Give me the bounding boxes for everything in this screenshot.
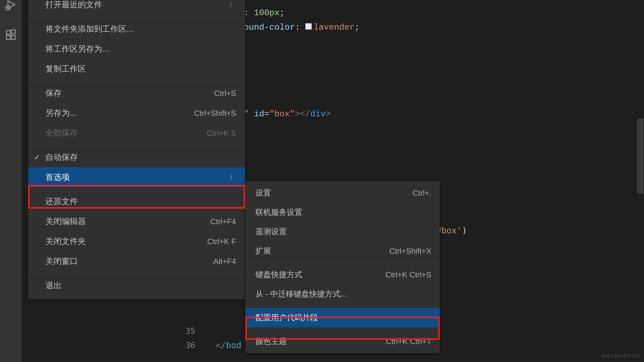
menu-item-label: 还原文件 xyxy=(46,196,78,207)
preferences-submenu: 设置 Ctrl+, 联机服务设置 遥测设置 扩展 Ctrl+Shift+X 键盘… xyxy=(245,181,440,353)
menu-item-label: 关闭窗口 xyxy=(46,256,78,267)
menu-item-label: 设置 xyxy=(256,188,271,198)
svg-marker-0 xyxy=(8,1,15,8)
menu-shortcut: Ctrl+F4 xyxy=(210,217,236,226)
svg-rect-2 xyxy=(6,31,10,34)
menu-item-label: 关闭文件夹 xyxy=(46,236,86,247)
menu-separator xyxy=(28,17,245,17)
menu-item-label: 键盘快捷方式 xyxy=(256,269,302,280)
tag: div xyxy=(310,109,326,119)
code-bottom: </bod xyxy=(206,324,242,362)
menu-shortcut: Ctrl+K S xyxy=(207,129,236,138)
menu-shortcut: Ctrl+, xyxy=(412,188,431,197)
menu-separator xyxy=(28,81,245,81)
menu-item-label: 将文件夹添加到工作区... xyxy=(46,23,133,34)
menu-separator xyxy=(245,329,440,330)
file-menu: 打开最近的文件 〉 将文件夹添加到工作区... 将工作区另存为... 复制工作区… xyxy=(28,0,245,299)
menu-separator xyxy=(28,189,245,189)
attr: id xyxy=(254,109,264,119)
menu-save-all: 全部保存 Ctrl+K S xyxy=(28,123,245,143)
extensions-icon[interactable] xyxy=(2,26,20,44)
menu-separator xyxy=(245,306,440,306)
menu-shortcut: Ctrl+K F xyxy=(207,237,236,246)
color-swatch xyxy=(305,23,312,30)
submenu-user-snippets[interactable]: 配置用户代码片段 xyxy=(245,308,440,327)
menu-item-label: 自动保存 xyxy=(46,152,78,163)
submenu-keyboard-shortcuts[interactable]: 键盘快捷方式 Ctrl+K Ctrl+S xyxy=(245,265,440,284)
menu-item-label: 从 - 中迁移键盘快捷方式... xyxy=(256,289,347,299)
menu-item-label: 另存为... xyxy=(46,108,76,119)
menu-shortcut: Ctrl+K Ctrl+T xyxy=(386,337,431,346)
css-val: lavender xyxy=(314,22,354,32)
menu-close-editor[interactable]: 关闭编辑器 Ctrl+F4 xyxy=(28,211,245,231)
menu-auto-save[interactable]: 自动保存 xyxy=(28,147,245,167)
scrollbar-thumb[interactable] xyxy=(637,118,644,193)
svg-rect-5 xyxy=(11,30,15,33)
menu-exit[interactable]: 退出 xyxy=(28,276,245,296)
submenu-online-services[interactable]: 联机服务设置 xyxy=(245,202,440,222)
menu-separator xyxy=(245,263,440,263)
menu-shortcut: Ctrl+Shift+X xyxy=(389,246,431,255)
menu-save-as[interactable]: 另存为... Ctrl+Shift+S xyxy=(28,103,245,123)
run-debug-icon[interactable] xyxy=(2,0,20,13)
menu-preferences[interactable]: 首选项 〉 xyxy=(28,167,245,187)
line-number: 36 xyxy=(178,338,195,353)
menu-separator xyxy=(28,273,245,274)
menu-duplicate-workspace[interactable]: 复制工作区 xyxy=(28,59,245,79)
menu-item-label: 打开最近的文件 xyxy=(46,0,102,10)
menu-shortcut: Ctrl+K Ctrl+S xyxy=(385,270,431,279)
submenu-migrate-keybindings[interactable]: 从 - 中迁移键盘快捷方式... xyxy=(245,284,440,304)
menu-item-label: 配置用户代码片段 xyxy=(256,313,318,323)
menu-save[interactable]: 保存 Ctrl+S xyxy=(28,83,245,103)
menu-item-label: 保存 xyxy=(46,88,62,99)
svg-rect-4 xyxy=(11,35,15,39)
menu-item-label: 首选项 xyxy=(46,172,70,183)
menu-close-window[interactable]: 关闭窗口 Alt+F4 xyxy=(28,251,245,271)
menu-item-label: 复制工作区 xyxy=(46,63,86,74)
submenu-extensions[interactable]: 扩展 Ctrl+Shift+X xyxy=(245,241,440,261)
activity-bar xyxy=(0,0,22,362)
menu-separator xyxy=(28,145,245,145)
menu-item-label: 联机服务设置 xyxy=(256,207,302,217)
menu-shortcut: Ctrl+Shift+S xyxy=(194,109,236,118)
menu-item-label: 全部保存 xyxy=(46,128,78,139)
attr-val: "box" xyxy=(269,109,295,119)
menu-item-label: 退出 xyxy=(46,280,62,291)
line-number: 35 xyxy=(178,324,195,338)
chevron-right-icon: 〉 xyxy=(229,0,236,9)
submenu-color-theme[interactable]: 颜色主题 Ctrl+K Ctrl+T xyxy=(245,332,440,351)
line-gutter: 35 36 xyxy=(178,324,195,353)
menu-add-folder[interactable]: 将文件夹添加到工作区... xyxy=(28,19,245,39)
menu-shortcut: Ctrl+S xyxy=(214,89,236,98)
menu-item-label: 遥测设置 xyxy=(256,226,287,237)
menu-revert-file[interactable]: 还原文件 xyxy=(28,191,245,211)
chevron-right-icon: 〉 xyxy=(229,173,236,182)
svg-rect-3 xyxy=(6,35,10,39)
submenu-telemetry[interactable]: 遥测设置 xyxy=(245,222,440,241)
watermark: @稀土掘金技术社区 xyxy=(602,353,640,359)
menu-item-label: 关闭编辑器 xyxy=(46,216,86,227)
submenu-settings[interactable]: 设置 Ctrl+, xyxy=(245,183,440,202)
menu-shortcut: Alt+F4 xyxy=(213,257,236,266)
css-val: 100px xyxy=(254,8,280,18)
menu-item-label: 扩展 xyxy=(256,246,271,256)
menu-save-workspace-as[interactable]: 将工作区另存为... xyxy=(28,39,245,59)
menu-open-recent[interactable]: 打开最近的文件 〉 xyxy=(28,0,245,15)
menu-item-label: 将工作区另存为... xyxy=(46,43,109,54)
menu-item-label: 颜色主题 xyxy=(256,336,287,347)
menu-close-folder[interactable]: 关闭文件夹 Ctrl+K F xyxy=(28,231,245,251)
